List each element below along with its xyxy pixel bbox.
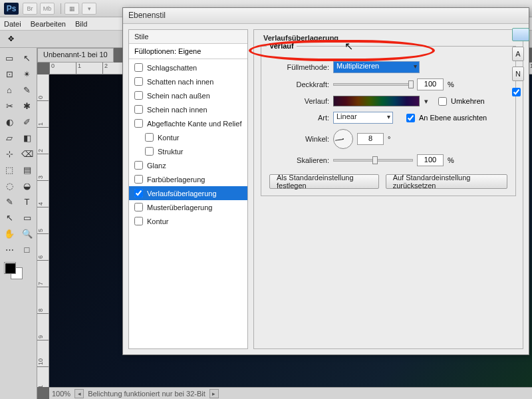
style-checkbox-0[interactable] [134, 63, 143, 72]
tool-23[interactable]: 🔍 [19, 226, 35, 241]
blend-mode-select[interactable]: Multiplizieren [333, 61, 420, 73]
angle-dial[interactable] [333, 129, 353, 149]
tool-8[interactable]: ◐ [1, 114, 17, 129]
tool-0[interactable]: ▭ [1, 51, 17, 65]
tool-2[interactable]: ⊡ [1, 66, 17, 81]
titlebar-btn-mb[interactable]: Mb [40, 3, 55, 15]
styles-list-pane: Stile Fülloptionen: Eigene Schlagschatte… [128, 29, 248, 349]
styles-header[interactable]: Stile [129, 30, 247, 44]
status-next-icon[interactable]: ▸ [209, 389, 219, 398]
menu-image[interactable]: Bild [75, 20, 87, 28]
tool-20[interactable]: ↖ [1, 210, 17, 225]
opacity-slider[interactable] [333, 83, 413, 86]
style-label: Struktur [158, 148, 184, 156]
color-swatches[interactable] [1, 262, 35, 283]
document-tab[interactable]: Unbenannt-1 bei 10 [37, 48, 114, 63]
style-checkbox-2[interactable] [134, 91, 143, 100]
style-item-2[interactable]: Schein nach außen [129, 88, 247, 102]
titlebar-btn-br[interactable]: Br [23, 3, 37, 15]
preview-checkbox[interactable] [512, 88, 521, 96]
opacity-value[interactable]: 100 [417, 78, 444, 90]
tool-25[interactable]: □ [19, 242, 35, 257]
style-checkbox-8[interactable] [134, 175, 143, 184]
type-label: Art: [269, 114, 329, 122]
tool-18[interactable]: ✎ [1, 194, 17, 209]
tool-22[interactable]: ✋ [1, 226, 17, 241]
style-label: Musterüberlagerung [147, 203, 212, 211]
tool-24[interactable]: ⋯ [1, 242, 17, 257]
tool-19[interactable]: T [19, 194, 35, 209]
style-label: Schein nach innen [147, 106, 207, 114]
tool-5[interactable]: ✎ [19, 82, 35, 97]
style-checkbox-5[interactable] [145, 133, 154, 142]
ok-button[interactable] [512, 28, 529, 41]
tool-3[interactable]: ✴ [19, 66, 35, 81]
style-label: Schein nach außen [147, 92, 210, 100]
tool-6[interactable]: ✂ [1, 98, 17, 113]
style-item-1[interactable]: Schatten nach innen [129, 74, 247, 88]
tool-13[interactable]: ⌫ [19, 146, 35, 161]
titlebar-btn-view[interactable]: ▦ [65, 3, 79, 15]
style-checkbox-10[interactable] [134, 203, 143, 211]
new-style-button[interactable]: N [512, 66, 524, 81]
style-checkbox-9[interactable] [134, 189, 143, 198]
opacity-unit: % [448, 80, 454, 88]
style-checkbox-1[interactable] [134, 77, 143, 86]
style-item-10[interactable]: Musterüberlagerung [129, 200, 247, 214]
align-checkbox[interactable] [406, 114, 415, 122]
tool-4[interactable]: ⌂ [1, 82, 17, 97]
tool-17[interactable]: ◒ [19, 178, 35, 193]
angle-value[interactable]: 8 [357, 133, 384, 145]
style-item-9[interactable]: Verlaufsüberlagerung [129, 186, 247, 200]
separator [61, 3, 61, 14]
status-prev-icon[interactable]: ◂ [74, 389, 84, 398]
tool-21[interactable]: ▭ [19, 210, 35, 225]
menu-edit[interactable]: Bearbeiten [31, 20, 66, 28]
style-checkbox-6[interactable] [145, 147, 154, 156]
section-title: Verlaufsüberlagerung [263, 34, 516, 42]
tool-12[interactable]: ⊹ [1, 146, 17, 161]
titlebar-btn-zoom[interactable]: ▾ [82, 3, 96, 15]
scale-slider[interactable] [333, 159, 413, 162]
make-default-button[interactable]: Als Standardeinstellung festlegen [269, 174, 379, 189]
style-item-0[interactable]: Schlagschatten [129, 61, 247, 74]
foreground-color[interactable] [4, 262, 16, 274]
style-item-6[interactable]: Struktur [129, 144, 247, 158]
tool-9[interactable]: ✐ [19, 114, 35, 129]
tool-1[interactable]: ↖ [19, 51, 35, 65]
tool-10[interactable]: ▱ [1, 130, 17, 145]
style-item-3[interactable]: Schein nach innen [129, 102, 247, 116]
style-item-11[interactable]: Kontur [129, 214, 247, 228]
opacity-label: Deckkraft: [269, 80, 329, 88]
type-select[interactable]: Linear [333, 112, 393, 124]
style-label: Schlagschatten [147, 64, 197, 72]
gradient-picker[interactable] [333, 96, 420, 106]
menu-file[interactable]: Datei [4, 20, 21, 28]
style-checkbox-11[interactable] [134, 217, 143, 225]
style-label: Kontur [158, 134, 179, 142]
toolbox: ▭↖⊡✴⌂✎✂✱◐✐▱◧⊹⌫⬚▤◌◒✎T↖▭✋🔍⋯□ [0, 48, 37, 399]
reset-default-button[interactable]: Auf Standardeinstellung zurücksetzen [386, 174, 507, 189]
style-item-5[interactable]: Kontur [129, 130, 247, 144]
style-checkbox-3[interactable] [134, 105, 143, 114]
reverse-checkbox[interactable] [438, 97, 447, 106]
style-item-7[interactable]: Glanz [129, 158, 247, 172]
tool-14[interactable]: ⬚ [1, 162, 17, 177]
dialog-title: Ebenenstil [123, 8, 529, 24]
cancel-button[interactable]: A [512, 47, 524, 61]
blending-options-item[interactable]: Fülloptionen: Eigene [129, 44, 247, 59]
tool-16[interactable]: ◌ [1, 178, 17, 193]
style-checkbox-4[interactable] [134, 119, 143, 128]
style-label: Farbüberlagerung [147, 176, 205, 184]
scale-value[interactable]: 100 [417, 154, 444, 166]
tool-15[interactable]: ▤ [19, 162, 35, 177]
style-checkbox-7[interactable] [134, 161, 143, 170]
reverse-label: Umkehren [451, 97, 485, 105]
style-item-8[interactable]: Farbüberlagerung [129, 172, 247, 186]
style-item-4[interactable]: Abgeflachte Kante und Relief [129, 116, 247, 130]
tool-7[interactable]: ✱ [19, 98, 35, 113]
scale-unit: % [448, 156, 454, 164]
tool-11[interactable]: ◧ [19, 130, 35, 145]
zoom-level[interactable]: 100% [52, 390, 70, 398]
gradient-label: Verlauf: [269, 97, 329, 105]
